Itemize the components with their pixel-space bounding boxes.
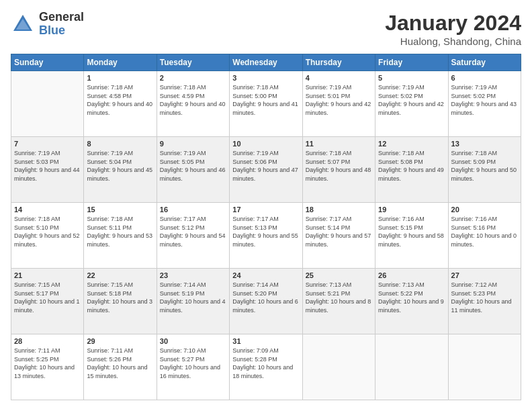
table-row: 5Sunrise: 7:19 AMSunset: 5:02 PMDaylight…	[375, 71, 448, 137]
table-row: 28Sunrise: 7:11 AMSunset: 5:25 PMDayligh…	[11, 334, 84, 400]
table-row: 30Sunrise: 7:10 AMSunset: 5:27 PMDayligh…	[157, 334, 229, 400]
col-header-monday: Monday	[84, 54, 157, 71]
table-row: 31Sunrise: 7:09 AMSunset: 5:28 PMDayligh…	[230, 334, 302, 400]
table-row: 4Sunrise: 7:19 AMSunset: 5:01 PMDaylight…	[302, 71, 375, 137]
page-title: January 2024	[385, 11, 521, 36]
table-row	[448, 334, 521, 400]
table-row: 1Sunrise: 7:18 AMSunset: 4:58 PMDaylight…	[84, 71, 157, 137]
table-row: 18Sunrise: 7:17 AMSunset: 5:14 PMDayligh…	[302, 203, 375, 269]
col-header-thursday: Thursday	[302, 54, 375, 71]
table-row: 13Sunrise: 7:18 AMSunset: 5:09 PMDayligh…	[448, 137, 521, 203]
table-row: 9Sunrise: 7:19 AMSunset: 5:05 PMDaylight…	[157, 137, 229, 203]
table-row: 17Sunrise: 7:17 AMSunset: 5:13 PMDayligh…	[230, 203, 302, 269]
table-row: 14Sunrise: 7:18 AMSunset: 5:10 PMDayligh…	[11, 203, 84, 269]
table-row: 10Sunrise: 7:19 AMSunset: 5:06 PMDayligh…	[230, 137, 302, 203]
table-row: 8Sunrise: 7:19 AMSunset: 5:04 PMDaylight…	[84, 137, 157, 203]
logo-blue: Blue	[39, 24, 84, 38]
table-row	[302, 334, 375, 400]
logo-general: General	[39, 11, 84, 24]
table-row: 25Sunrise: 7:13 AMSunset: 5:21 PMDayligh…	[302, 269, 375, 334]
table-row	[375, 334, 448, 400]
table-row: 15Sunrise: 7:18 AMSunset: 5:11 PMDayligh…	[84, 203, 157, 269]
table-row: 29Sunrise: 7:11 AMSunset: 5:26 PMDayligh…	[84, 334, 157, 400]
table-row: 12Sunrise: 7:18 AMSunset: 5:08 PMDayligh…	[375, 137, 448, 203]
table-row: 26Sunrise: 7:13 AMSunset: 5:22 PMDayligh…	[375, 269, 448, 334]
location: Hualong, Shandong, China	[385, 36, 521, 47]
table-row: 3Sunrise: 7:18 AMSunset: 5:00 PMDaylight…	[230, 71, 302, 137]
table-row	[11, 71, 84, 137]
table-row: 7Sunrise: 7:19 AMSunset: 5:03 PMDaylight…	[11, 137, 84, 203]
table-row: 20Sunrise: 7:16 AMSunset: 5:16 PMDayligh…	[448, 203, 521, 269]
table-row: 24Sunrise: 7:14 AMSunset: 5:20 PMDayligh…	[230, 269, 302, 334]
table-row: 23Sunrise: 7:14 AMSunset: 5:19 PMDayligh…	[157, 269, 229, 334]
logo: General Blue	[11, 11, 84, 38]
table-row: 22Sunrise: 7:15 AMSunset: 5:18 PMDayligh…	[84, 269, 157, 334]
col-header-wednesday: Wednesday	[230, 54, 302, 71]
col-header-friday: Friday	[375, 54, 448, 71]
table-row: 27Sunrise: 7:12 AMSunset: 5:23 PMDayligh…	[448, 269, 521, 334]
table-row: 16Sunrise: 7:17 AMSunset: 5:12 PMDayligh…	[157, 203, 229, 269]
logo-icon	[11, 12, 35, 36]
col-header-sunday: Sunday	[11, 54, 84, 71]
table-row: 6Sunrise: 7:19 AMSunset: 5:02 PMDaylight…	[448, 71, 521, 137]
col-header-tuesday: Tuesday	[157, 54, 229, 71]
col-header-saturday: Saturday	[448, 54, 521, 71]
table-row: 2Sunrise: 7:18 AMSunset: 4:59 PMDaylight…	[157, 71, 229, 137]
table-row: 21Sunrise: 7:15 AMSunset: 5:17 PMDayligh…	[11, 269, 84, 334]
table-row: 19Sunrise: 7:16 AMSunset: 5:15 PMDayligh…	[375, 203, 448, 269]
table-row: 11Sunrise: 7:18 AMSunset: 5:07 PMDayligh…	[302, 137, 375, 203]
